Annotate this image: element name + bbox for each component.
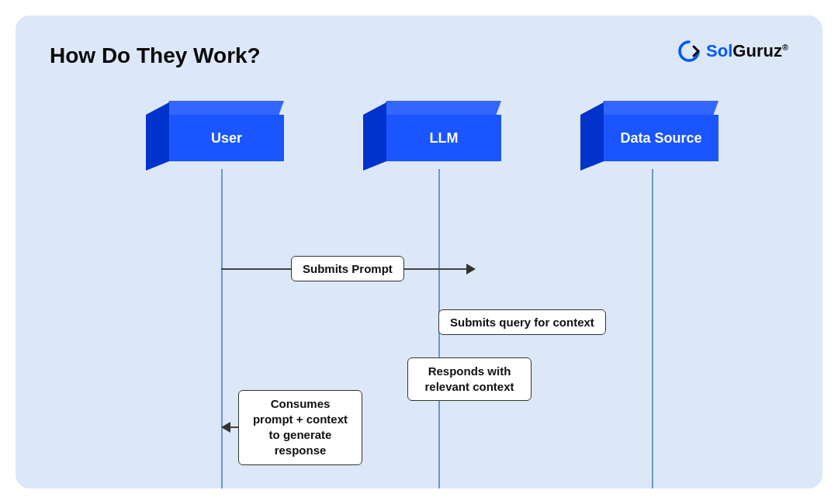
- svg-marker-1: [146, 102, 169, 171]
- svg-marker-9: [580, 102, 604, 171]
- arrow-label-submits-prompt: Submits Prompt: [291, 256, 404, 281]
- arrow-label-consumes-prompt: Consumes prompt + context to generate re…: [238, 390, 362, 465]
- svg-marker-5: [363, 102, 386, 171]
- arrow-submits-query: Submits query for context: [438, 316, 533, 327]
- arrow-line-left1: [221, 268, 291, 270]
- user-box: User: [146, 101, 293, 174]
- arrow-responds-context: Responds with relevant context: [438, 374, 532, 385]
- arrow-head-consumes-prompt: [221, 422, 230, 433]
- data-source-box-svg: Data Source: [580, 101, 728, 171]
- user-vline: [221, 169, 223, 488]
- svg-text:Data Source: Data Source: [620, 130, 701, 146]
- svg-text:LLM: LLM: [430, 130, 459, 146]
- logo-guruz: Guruz: [732, 41, 782, 60]
- data-source-box: Data Source: [580, 101, 728, 174]
- arrow-submits-prompt: Submits Prompt: [221, 256, 476, 281]
- logo-sol: Sol: [706, 41, 732, 60]
- arrow-consumes-prompt: Consumes prompt + context to generate re…: [221, 422, 362, 433]
- arrow-label-responds-context: Responds with relevant context: [407, 357, 532, 402]
- arrow-head-submits-prompt: [466, 264, 476, 274]
- arrow-line-right1: [404, 268, 466, 270]
- svg-text:User: User: [211, 130, 242, 146]
- arrow-label-submits-query: Submits query for context: [438, 309, 606, 335]
- logo-text: SolGuruz®: [706, 41, 788, 61]
- logo-reg: ®: [782, 43, 788, 52]
- llm-box: LLM: [363, 101, 511, 174]
- logo: SolGuruz®: [677, 39, 788, 64]
- llm-box-svg: LLM: [363, 101, 511, 171]
- arrow-label-submits-prompt-wrapper: Submits Prompt: [291, 256, 404, 281]
- solguruz-logo-icon: [677, 39, 701, 64]
- user-box-svg: User: [146, 101, 293, 171]
- diagram-container: How Do They Work? SolGuruz® User: [16, 16, 822, 488]
- page-title: How Do They Work?: [50, 43, 261, 68]
- datasource-vline: [652, 169, 653, 488]
